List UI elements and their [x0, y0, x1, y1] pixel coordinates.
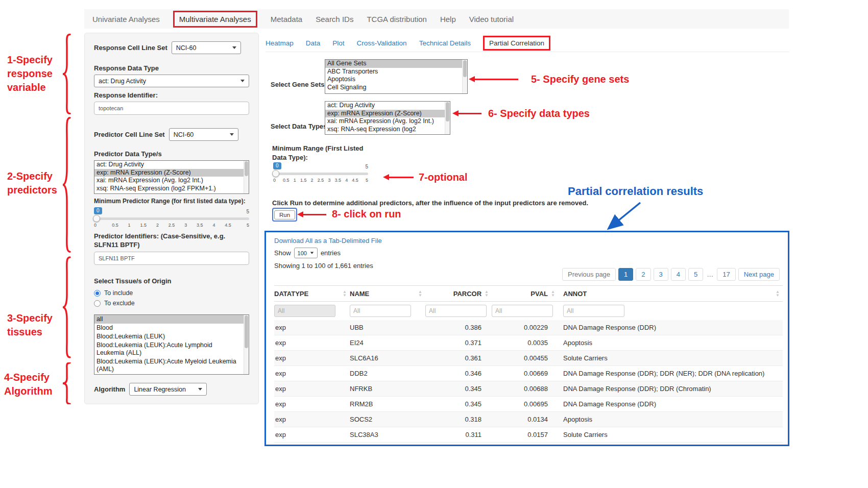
download-tab-delimited-link[interactable]: Download All as a Tab-Delimited File: [274, 237, 382, 245]
nav-multivariate-analyses[interactable]: Multivariate Analyses: [173, 11, 257, 28]
radio-include[interactable]: [94, 290, 101, 297]
response-identifier-input[interactable]: [94, 102, 249, 115]
page-button-3[interactable]: 3: [654, 268, 668, 281]
sort-icon[interactable]: [485, 290, 489, 297]
cell-annot: DNA Damage Response (DDR); DDR (Chromati…: [558, 385, 783, 393]
tick: 4.5: [351, 178, 359, 183]
table-row[interactable]: exp UBB 0.386 0.00229 DNA Damage Respons…: [274, 320, 783, 335]
tab-plot[interactable]: Plot: [332, 39, 344, 47]
header-annot[interactable]: ANNOT: [558, 290, 783, 298]
nav-metadata[interactable]: Metadata: [271, 15, 303, 23]
nav-help[interactable]: Help: [440, 15, 456, 23]
sort-icon[interactable]: [551, 290, 555, 297]
scrollbar-track[interactable]: [462, 60, 467, 93]
tick: 0.5: [108, 223, 123, 228]
nav-search-ids[interactable]: Search IDs: [316, 15, 353, 23]
table-row[interactable]: exp NFRKB 0.345 0.00688 DNA Damage Respo…: [274, 381, 783, 397]
filter-parcor-input[interactable]: [425, 305, 487, 317]
tab-data[interactable]: Data: [306, 39, 321, 47]
data-type-option[interactable]: act: Drug Activity: [325, 102, 445, 110]
tab-heatmap[interactable]: Heatmap: [266, 39, 294, 47]
filter-pval-input[interactable]: [492, 305, 553, 317]
slider-track[interactable]: [273, 173, 368, 175]
nav-tcga-distribution[interactable]: TCGA distribution: [367, 15, 427, 23]
response-identifier-label: Response Identifier:: [94, 91, 249, 99]
previous-page-button[interactable]: Previous page: [562, 268, 616, 281]
cell-parcor: 0.386: [425, 324, 492, 331]
header-parcor[interactable]: PARCOR: [425, 290, 492, 298]
gene-set-option[interactable]: Cell Signaling: [325, 84, 462, 92]
next-page-button[interactable]: Next page: [738, 268, 780, 281]
gene-set-option[interactable]: ABC Transporters: [325, 68, 462, 76]
gene-set-option[interactable]: Apoptosis: [325, 76, 462, 84]
slider-max-label: 5: [246, 209, 249, 214]
nav-video-tutorial[interactable]: Video tutorial: [469, 15, 514, 23]
tab-cross-validation[interactable]: Cross-Validation: [357, 39, 407, 47]
scrollbar-thumb[interactable]: [446, 102, 449, 121]
tab-partial-correlation[interactable]: Partial Correlation: [483, 36, 550, 51]
cell-parcor: 0.345: [425, 385, 492, 393]
chevron-down-icon: [232, 46, 236, 49]
predictor-data-type-option[interactable]: xsq: RNA-seq Expression (log2 FPKM+1.): [94, 185, 244, 193]
chevron-down-icon: [310, 252, 314, 254]
nav-univariate-analyses[interactable]: Univariate Analyses: [92, 15, 160, 23]
table-row[interactable]: exp SOCS2 0.318 0.0134 Apoptosis: [274, 412, 783, 427]
table-row[interactable]: exp RRM2B 0.345 0.00695 DNA Damage Respo…: [274, 397, 783, 412]
table-row[interactable]: exp DDB2 0.346 0.00669 DNA Damage Respon…: [274, 366, 783, 381]
header-pval[interactable]: PVAL: [492, 290, 558, 298]
sort-icon[interactable]: [418, 290, 422, 297]
algorithm-select[interactable]: Linear Regression: [129, 383, 207, 396]
scrollbar-thumb[interactable]: [245, 161, 248, 176]
page-length-select[interactable]: 100: [294, 248, 318, 258]
tissue-option[interactable]: Blood:Leukemia (LEUK):Acute Lymphoid Leu…: [94, 341, 244, 357]
table-row[interactable]: exp SLC38A3 0.311 0.0157 Solute Carriers: [274, 427, 783, 443]
cell-pval: 0.0157: [492, 431, 558, 438]
page-button-17[interactable]: 17: [717, 268, 735, 281]
data-type-option[interactable]: xai: mRNA Expression (Avg. log2 Int.): [325, 117, 445, 126]
sort-icon[interactable]: [343, 290, 347, 297]
scrollbar-track[interactable]: [445, 102, 450, 134]
page-button-5[interactable]: 5: [688, 268, 703, 281]
data-type-option[interactable]: xsq: RNA-seq Expression (log2 FPKM+1.): [325, 126, 445, 135]
slider-handle[interactable]: [93, 215, 100, 222]
page-button-1[interactable]: 1: [618, 268, 633, 281]
run-button[interactable]: Run: [274, 210, 295, 219]
scrollbar-track[interactable]: [244, 161, 249, 193]
data-type-option-selected[interactable]: exp: mRNA Expression (Z-Score): [325, 110, 445, 118]
predictor-data-type-option[interactable]: act: Drug Activity: [94, 161, 244, 169]
scrollbar-thumb[interactable]: [245, 315, 248, 348]
pagination: Previous page 1 2 3 4 5 … 17 Next page: [562, 268, 780, 281]
table-row[interactable]: exp SLC6A16 0.361 0.00455 Solute Carrier…: [274, 351, 783, 366]
tissue-option[interactable]: Blood:Leukemia (LEUK):Chronic Myelogenou…: [94, 374, 244, 375]
filter-datatype-input[interactable]: [274, 305, 335, 317]
tissue-option-selected[interactable]: all: [94, 315, 244, 324]
algorithm-value: Linear Regression: [134, 386, 194, 393]
tissue-option[interactable]: Blood:Leukemia (LEUK):Acute Myeloid Leuk…: [94, 357, 244, 374]
filter-annot-input[interactable]: [563, 305, 624, 317]
predictor-cell-line-set-select[interactable]: NCI-60: [169, 128, 238, 141]
tab-technical-details[interactable]: Technical Details: [419, 39, 471, 47]
scrollbar-thumb[interactable]: [463, 60, 467, 77]
slider-handle[interactable]: [272, 170, 279, 177]
gene-set-option-selected[interactable]: All Gene Sets: [325, 60, 462, 68]
tick: 1: [122, 223, 136, 228]
response-cell-line-set-select[interactable]: NCI-60: [172, 41, 241, 54]
tissue-option[interactable]: Blood:Leukemia (LEUK): [94, 332, 244, 341]
sort-icon[interactable]: [776, 290, 780, 297]
filter-name-input[interactable]: [350, 305, 411, 317]
page-button-4[interactable]: 4: [671, 268, 686, 281]
tissue-include-radio-row[interactable]: To include: [94, 288, 249, 298]
tissue-exclude-radio-row[interactable]: To exclude: [94, 298, 249, 308]
predictor-data-type-option[interactable]: xai: mRNA Expression (Avg. log2 Int.): [94, 177, 244, 185]
predictor-identifiers-input[interactable]: [94, 252, 249, 265]
tissue-option[interactable]: Blood: [94, 324, 244, 332]
response-data-type-select[interactable]: act: Drug Activity: [94, 75, 249, 87]
predictor-data-type-option-selected[interactable]: exp: mRNA Expression (Z-Score): [94, 169, 244, 177]
page-button-2[interactable]: 2: [636, 268, 650, 281]
header-datatype[interactable]: DATATYPE: [274, 290, 350, 298]
radio-exclude[interactable]: [94, 300, 101, 307]
header-name[interactable]: NAME: [350, 290, 425, 298]
slider-track[interactable]: [94, 217, 249, 220]
scrollbar-track[interactable]: [244, 315, 249, 374]
table-row[interactable]: exp EI24 0.371 0.0035 Apoptosis: [274, 335, 783, 351]
